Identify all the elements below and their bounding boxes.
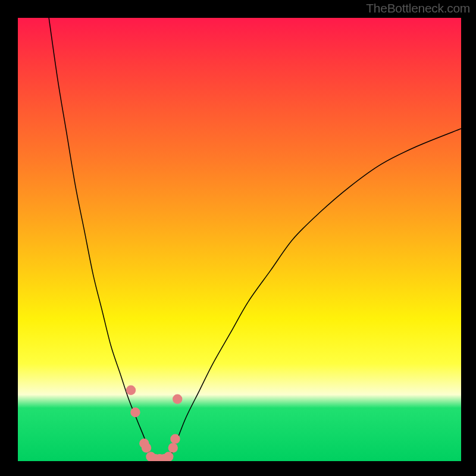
left-curve-path <box>49 18 151 461</box>
pink-marker <box>130 408 140 417</box>
pink-marker <box>173 394 182 404</box>
pink-marker <box>170 434 180 444</box>
pink-markers-group <box>126 386 183 461</box>
watermark-text: TheBottleneck.com <box>366 1 470 15</box>
plot-area <box>18 18 461 461</box>
pink-marker <box>126 386 136 395</box>
right-curve-path <box>168 129 461 461</box>
pink-marker <box>142 443 151 452</box>
bottleneck-chart: TheBottleneck.com <box>0 0 476 476</box>
pink-marker <box>168 443 178 452</box>
pink-marker <box>164 452 173 461</box>
plot-svg <box>18 18 461 461</box>
